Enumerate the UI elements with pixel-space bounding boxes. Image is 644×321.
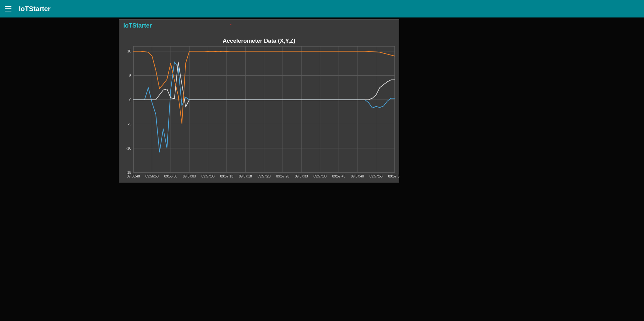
svg-text:09:56:58: 09:56:58 <box>164 174 177 178</box>
svg-text:09:57:28: 09:57:28 <box>276 174 289 178</box>
app-title: IoTStarter <box>19 5 50 13</box>
svg-text:5: 5 <box>129 74 131 78</box>
svg-text:09:57:38: 09:57:38 <box>313 174 327 178</box>
svg-text:09:57:48: 09:57:48 <box>351 174 364 178</box>
svg-text:09:57:23: 09:57:23 <box>258 174 271 178</box>
svg-text:09:57:08: 09:57:08 <box>202 174 215 178</box>
menu-icon[interactable] <box>5 4 13 13</box>
svg-text:09:57:03: 09:57:03 <box>183 174 196 178</box>
svg-text:09:57:59: 09:57:59 <box>388 174 399 178</box>
svg-text:-5: -5 <box>128 122 131 126</box>
accelerometer-chart: -15-10-5051009:56:4809:56:5309:56:5809:5… <box>119 19 399 183</box>
header: IoTStarter <box>0 0 644 17</box>
svg-text:09:57:18: 09:57:18 <box>239 174 252 178</box>
svg-text:10: 10 <box>127 49 131 53</box>
svg-text:09:57:43: 09:57:43 <box>332 174 345 178</box>
svg-text:-15: -15 <box>126 170 131 174</box>
svg-text:09:57:13: 09:57:13 <box>220 174 233 178</box>
svg-text:09:56:48: 09:56:48 <box>127 174 140 178</box>
svg-text:-10: -10 <box>126 146 131 150</box>
svg-text:09:57:53: 09:57:53 <box>370 174 383 178</box>
svg-text:0: 0 <box>129 98 131 102</box>
svg-text:09:56:53: 09:56:53 <box>145 174 159 178</box>
chart-card: IoTStarter * Accelerometer Data (X,Y,Z) … <box>119 19 399 183</box>
svg-text:09:57:33: 09:57:33 <box>295 174 308 178</box>
